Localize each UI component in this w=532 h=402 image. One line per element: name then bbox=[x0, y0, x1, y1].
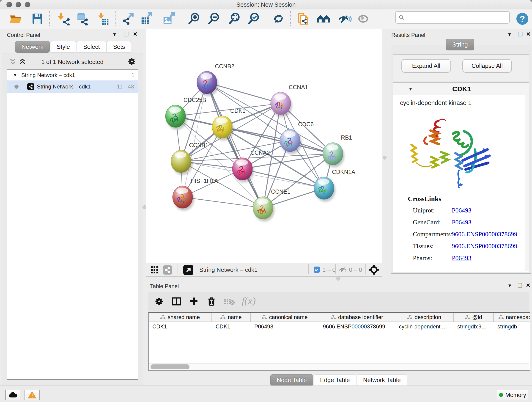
birds-eye-view-button[interactable] bbox=[151, 266, 159, 274]
control-panel-float-button[interactable]: ❑ bbox=[124, 31, 129, 37]
network-node-CCNB1[interactable]: CCNB1 bbox=[171, 142, 209, 175]
tab-string[interactable]: String bbox=[446, 39, 474, 51]
crosslink-value-link[interactable]: 9606.ENSP00000378699 bbox=[452, 242, 517, 250]
import-table-file-button[interactable] bbox=[95, 11, 111, 26]
network-node-CCNA2[interactable]: CCNA2 bbox=[232, 149, 270, 182]
table-cell[interactable]: cyclin-dependent ... bbox=[395, 322, 454, 331]
table-panel-float-button[interactable]: ❑ bbox=[518, 282, 523, 288]
delete-column-button[interactable] bbox=[207, 296, 216, 306]
control-panel-float-menu[interactable]: ▼ bbox=[112, 32, 117, 37]
table-panel-float-menu[interactable]: ▼ bbox=[507, 283, 512, 288]
expand-all-button[interactable]: Expand All bbox=[401, 59, 451, 73]
crosslink-value-link[interactable]: P06493 bbox=[452, 219, 472, 226]
column-header-name[interactable]: name bbox=[212, 313, 251, 322]
crosslink-value-link[interactable]: P06493 bbox=[452, 254, 472, 262]
column-header-shared-name[interactable]: shared name bbox=[149, 313, 212, 322]
cdk1-section-header[interactable]: ▼ CDK1 bbox=[393, 83, 529, 95]
results-panel-float-button[interactable]: ❑ bbox=[518, 31, 523, 37]
results-panel-float-menu[interactable]: ▼ bbox=[507, 32, 512, 37]
tab-select[interactable]: Select bbox=[77, 41, 106, 53]
horizontal-splitter-handle[interactable] bbox=[336, 277, 340, 281]
network-collection-row[interactable]: ▼ String Network – cdk1 1 bbox=[7, 70, 138, 80]
show-all-button[interactable] bbox=[355, 11, 371, 26]
new-network-from-selection-button[interactable] bbox=[296, 11, 311, 26]
control-panel-close-button[interactable]: ✕ bbox=[133, 31, 138, 37]
network-node-CCNB2[interactable]: CCNB2 bbox=[197, 63, 234, 96]
cdk1-disclosure-icon[interactable]: ▼ bbox=[408, 86, 413, 92]
crosslink-value-link[interactable]: 9606.ENSP00000378699 bbox=[452, 230, 517, 238]
protein-description: cyclin-dependent kinase 1 bbox=[400, 99, 472, 107]
warning-button[interactable] bbox=[25, 390, 40, 400]
open-session-button[interactable] bbox=[8, 11, 23, 26]
network-node-HIST1H1A[interactable]: HIST1H1A bbox=[172, 178, 218, 211]
table-cell[interactable]: 9606.ENSP00000378699 bbox=[319, 322, 395, 331]
import-network-file-button[interactable] bbox=[56, 11, 71, 26]
collapse-all-button[interactable]: Collapse All bbox=[462, 59, 512, 73]
network-node-CDC6[interactable]: CDC6 bbox=[280, 121, 314, 154]
column-header-description[interactable]: description bbox=[395, 313, 454, 322]
selected-checkbox-icon[interactable] bbox=[314, 267, 320, 273]
zoom-fit-button[interactable] bbox=[227, 11, 242, 26]
table-cell[interactable]: stringdb:9... bbox=[454, 322, 494, 331]
network-edge-HIST1H1A-CCNE1[interactable] bbox=[183, 197, 263, 208]
open-external-view-button[interactable] bbox=[183, 265, 193, 275]
help-button[interactable]: ? bbox=[515, 11, 530, 26]
function-builder-button[interactable]: f(x) bbox=[242, 295, 256, 307]
export-table-file-button[interactable] bbox=[139, 11, 154, 26]
network-view-canvas[interactable]: CCNB2CCNA1CDC25BCDK1CDC6RB1CCNB1CCNA2CDK… bbox=[146, 29, 382, 263]
add-column-button[interactable] bbox=[189, 296, 199, 306]
tab-node-table[interactable]: Node Table bbox=[270, 374, 313, 386]
center-view-button[interactable] bbox=[369, 264, 379, 275]
column-header--id[interactable]: @id bbox=[454, 313, 494, 322]
memory-status-icon bbox=[499, 393, 503, 397]
zoom-in-button[interactable] bbox=[187, 11, 202, 26]
export-image-button[interactable] bbox=[161, 11, 177, 26]
network-node-RB1[interactable]: RB1 bbox=[323, 134, 352, 167]
network-options-gear-icon[interactable] bbox=[128, 57, 136, 66]
results-panel-close-button[interactable]: ✕ bbox=[526, 31, 531, 37]
network-edge-CCNB2-CCNE1[interactable] bbox=[207, 83, 263, 208]
memory-button[interactable]: Memory bbox=[497, 390, 528, 400]
column-header-database-identifier[interactable]: database identifier bbox=[319, 313, 395, 322]
table-cell[interactable]: CDK1 bbox=[212, 322, 251, 331]
cloud-button[interactable] bbox=[5, 390, 20, 400]
search-input[interactable] bbox=[405, 14, 509, 21]
column-header-canonical-name[interactable]: canonical name bbox=[251, 313, 319, 322]
table-panel-close-button[interactable]: ✕ bbox=[526, 282, 530, 288]
delete-table-button[interactable] bbox=[224, 299, 235, 305]
first-neighbors-button[interactable] bbox=[316, 11, 331, 26]
crosslink-label: Tissues: bbox=[413, 242, 452, 250]
table-cell[interactable]: P06493 bbox=[251, 322, 319, 331]
collection-disclosure-icon[interactable]: ▼ bbox=[13, 73, 17, 78]
tab-edge-table[interactable]: Edge Table bbox=[314, 374, 356, 386]
network-node-CDKN1A[interactable]: CDKN1A bbox=[314, 169, 355, 202]
table-settings-gear-button[interactable] bbox=[155, 297, 164, 306]
scrollbar-thumb[interactable] bbox=[151, 364, 190, 369]
network-share-toggle-button[interactable] bbox=[163, 265, 172, 274]
import-network-database-button[interactable] bbox=[74, 11, 89, 26]
zoom-out-button[interactable] bbox=[206, 11, 222, 26]
column-header-namespace[interactable]: namespace bbox=[494, 313, 530, 322]
table-cell[interactable]: CDK1 bbox=[149, 322, 212, 331]
show-columns-button[interactable] bbox=[172, 297, 181, 306]
table-horizontal-scrollbar[interactable] bbox=[149, 363, 529, 370]
tab-style[interactable]: Style bbox=[50, 41, 76, 53]
hide-selected-button[interactable] bbox=[337, 11, 352, 26]
save-session-button[interactable] bbox=[30, 11, 45, 26]
export-network-file-button[interactable] bbox=[120, 11, 136, 26]
network-node-CCNE1[interactable]: CCNE1 bbox=[253, 188, 291, 221]
tab-network-table[interactable]: Network Table bbox=[357, 374, 407, 386]
refresh-view-button[interactable] bbox=[271, 11, 286, 26]
right-splitter-handle[interactable] bbox=[383, 156, 386, 160]
tab-network[interactable]: Network bbox=[15, 41, 50, 53]
crosslink-value-link[interactable]: P06493 bbox=[452, 207, 472, 214]
network-edge-CDK1-RB1[interactable] bbox=[222, 127, 333, 154]
tab-sets[interactable]: Sets bbox=[107, 41, 131, 53]
zoom-selected-button[interactable] bbox=[246, 11, 261, 26]
network-node-CCNA1[interactable]: CCNA1 bbox=[271, 84, 308, 117]
table-cell[interactable]: stringdb bbox=[494, 322, 530, 331]
search-field bbox=[395, 11, 510, 24]
network-row-selected[interactable]: String Network – cdk1 11 48 bbox=[7, 80, 138, 93]
results-scrollbar[interactable] bbox=[525, 83, 529, 271]
network-edge-CCNA2-CDKN1A[interactable] bbox=[242, 169, 324, 188]
